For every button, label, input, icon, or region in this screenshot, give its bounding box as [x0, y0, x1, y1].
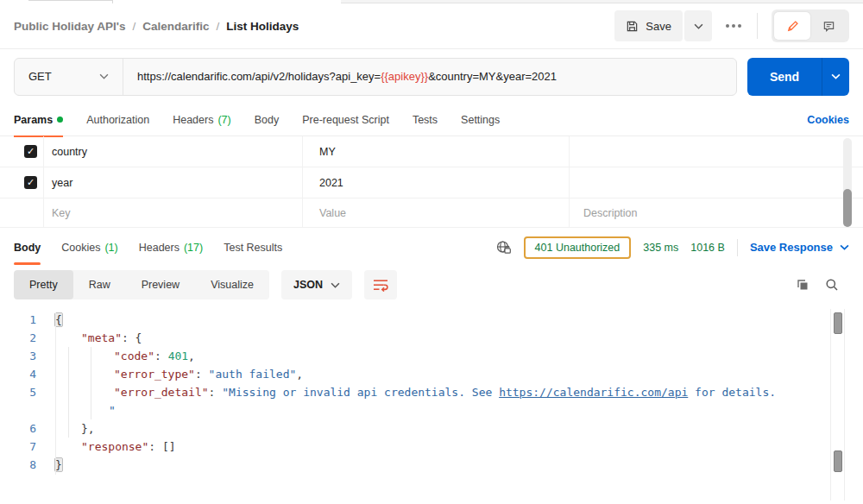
- save-menu-button[interactable]: [684, 10, 712, 41]
- param-key[interactable]: country: [44, 136, 303, 167]
- code-line: 3"code": 401,: [0, 347, 863, 365]
- token: :: [209, 386, 223, 399]
- code-line: 5"error_detail": "Missing or invalid api…: [0, 383, 863, 401]
- code-scrollbar[interactable]: [830, 309, 845, 501]
- response-body-viewer[interactable]: 1{2"meta": {3"code": 401,4"error_type": …: [0, 304, 863, 504]
- param-value-input[interactable]: Value: [303, 198, 570, 227]
- save-button-label: Save: [646, 20, 671, 33]
- globe-lock-icon[interactable]: [495, 239, 512, 255]
- tab-settings[interactable]: Settings: [461, 104, 500, 136]
- param-checkbox[interactable]: ✓: [24, 145, 37, 158]
- code-scrollbar-thumb[interactable]: [834, 450, 842, 472]
- response-tabs: BodyCookies(1)Headers(17)Test Results: [14, 229, 282, 266]
- response-status-cluster: 401 Unauthorized 335 ms 1016 B Save Resp…: [495, 236, 849, 259]
- param-key[interactable]: year: [44, 167, 303, 198]
- tab-label: Cookies: [61, 242, 100, 254]
- token: }: [55, 458, 62, 471]
- copy-icon[interactable]: [796, 278, 809, 292]
- line-content: },: [45, 419, 95, 438]
- send-button[interactable]: Send: [747, 58, 822, 96]
- param-checkbox-cell: ✓: [0, 136, 44, 167]
- request-tabs: ParamsAuthorizationHeaders(7)BodyPre-req…: [14, 104, 500, 136]
- search-icon[interactable]: [825, 278, 839, 292]
- send-options-button[interactable]: [822, 58, 849, 96]
- param-key-input[interactable]: Key: [44, 198, 303, 227]
- token: ,: [188, 350, 195, 362]
- indent-guide: [68, 347, 69, 438]
- response-tab-test-results[interactable]: Test Results: [224, 229, 282, 266]
- save-response-button[interactable]: Save Response: [750, 241, 849, 254]
- response-time: 335 ms: [643, 242, 678, 254]
- param-value[interactable]: MY: [303, 136, 570, 167]
- breadcrumb: Public Holiday API's/Calendarific/List H…: [14, 20, 299, 33]
- request-header: Public Holiday API's/Calendarific/List H…: [0, 3, 863, 49]
- param-checkbox-cell: ✓: [0, 167, 44, 198]
- request-tabs-bar: ParamsAuthorizationHeaders(7)BodyPre-req…: [0, 104, 863, 136]
- code-scrollbar-thumb[interactable]: [834, 312, 842, 334]
- tab-label: Pre-request Script: [302, 114, 389, 126]
- tab-headers[interactable]: Headers(7): [173, 104, 231, 136]
- line-number: 6: [0, 419, 45, 438]
- cookies-link[interactable]: Cookies: [807, 114, 849, 126]
- breadcrumb-item-calendarific[interactable]: Calendarific: [142, 20, 209, 33]
- edit-comment-toggle: [772, 9, 849, 42]
- line-number: 7: [0, 438, 45, 456]
- chevron-down-icon: [840, 244, 849, 250]
- view-tab-visualize[interactable]: Visualize: [195, 270, 269, 299]
- param-description-input[interactable]: Description: [570, 198, 863, 227]
- tab-label: Headers: [139, 242, 180, 254]
- token: "auth failed": [209, 368, 297, 381]
- method-selector[interactable]: GET: [15, 59, 123, 95]
- param-checkbox[interactable]: ✓: [24, 176, 37, 189]
- line-content: "error_type": "auth failed",: [45, 365, 303, 383]
- url-suffix: &country=MY&year=2021: [428, 70, 557, 83]
- param-value[interactable]: 2021: [303, 167, 570, 198]
- token: :: [195, 368, 209, 381]
- format-selector[interactable]: JSON: [281, 270, 352, 299]
- url-bar: GET https://calendarific.com/api/v2/holi…: [0, 49, 863, 104]
- url-input[interactable]: https://calendarific.com/api/v2/holidays…: [123, 59, 736, 95]
- indent-guide: [91, 347, 91, 419]
- param-description[interactable]: [570, 167, 863, 198]
- tab-body[interactable]: Body: [255, 104, 280, 136]
- param-description[interactable]: [570, 136, 863, 167]
- code-line: ": [0, 401, 863, 419]
- param-checkbox-cell: [0, 198, 44, 227]
- response-size: 1016 B: [690, 242, 725, 254]
- tab-pre-request-script[interactable]: Pre-request Script: [302, 104, 389, 136]
- line-number: [0, 401, 45, 419]
- response-toolbar: PrettyRawPreviewVisualize JSON: [0, 266, 863, 304]
- chevron-down-icon: [694, 23, 703, 29]
- method-label: GET: [28, 70, 52, 83]
- response-tab-headers[interactable]: Headers(17): [139, 229, 203, 266]
- more-options-button[interactable]: [726, 24, 741, 28]
- token: : []: [148, 440, 175, 453]
- response-tab-body[interactable]: Body: [14, 229, 41, 266]
- line-number: 5: [0, 383, 45, 401]
- response-tab-cookies[interactable]: Cookies(1): [61, 229, 117, 266]
- params-scrollbar[interactable]: [843, 138, 852, 227]
- dot-icon: [738, 24, 741, 28]
- save-button[interactable]: Save: [614, 10, 683, 41]
- breadcrumb-item-list-holidays[interactable]: List Holidays: [226, 20, 299, 33]
- edit-mode-button[interactable]: [774, 12, 810, 40]
- line-content: "meta": {: [45, 329, 142, 347]
- view-tab-raw[interactable]: Raw: [73, 270, 126, 299]
- comment-button[interactable]: [810, 12, 847, 40]
- params-scrollbar-thumb[interactable]: [843, 189, 852, 227]
- tab-params[interactable]: Params: [14, 104, 63, 136]
- view-tab-preview[interactable]: Preview: [126, 270, 195, 299]
- view-tab-pretty[interactable]: Pretty: [14, 270, 73, 299]
- url-prefix: https://calendarific.com/api/v2/holidays…: [137, 70, 381, 83]
- tab-authorization[interactable]: Authorization: [86, 104, 149, 136]
- postman-app: Public Holiday API's/Calendarific/List H…: [0, 0, 863, 504]
- token: },: [81, 422, 95, 435]
- wrap-text-button[interactable]: [364, 270, 397, 299]
- token: : {: [122, 331, 142, 344]
- tab-tests[interactable]: Tests: [413, 104, 438, 136]
- breadcrumb-item-public-holiday-api-s[interactable]: Public Holiday API's: [14, 20, 126, 33]
- response-view-tabs: PrettyRawPreviewVisualize: [14, 270, 269, 299]
- wrap-text-icon: [373, 279, 388, 292]
- comment-icon: [822, 20, 835, 33]
- code-line: 7"response": []: [0, 438, 863, 456]
